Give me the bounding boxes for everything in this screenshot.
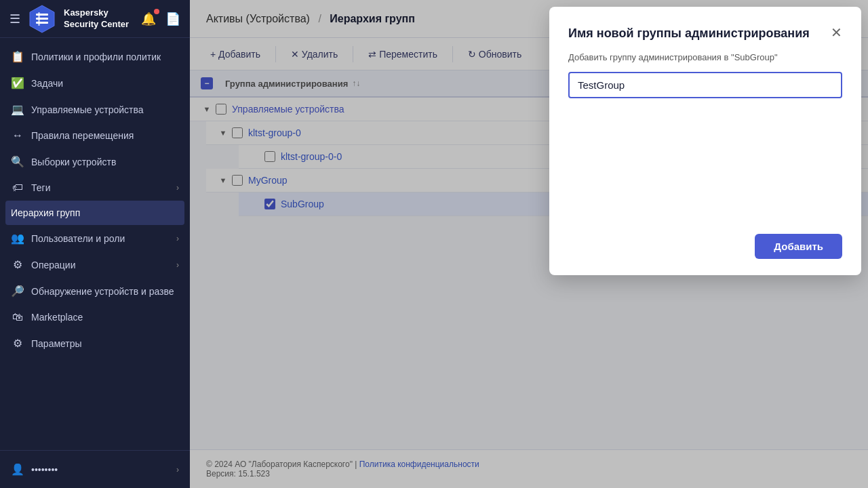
dialog-title: Имя новой группы администрирования: [568, 26, 810, 41]
sidebar-top-icons: 🔔 📄: [141, 12, 180, 26]
svg-rect-2: [36, 18, 48, 20]
svg-rect-1: [36, 14, 48, 16]
sidebar-item-move-rules[interactable]: ↔ Правила перемещения: [0, 123, 190, 148]
dialog: Имя новой группы администрирования ✕ Доб…: [549, 7, 861, 275]
sidebar-item-tags[interactable]: 🏷 Теги ›: [0, 175, 190, 201]
dialog-header: Имя новой группы администрирования ✕: [568, 26, 842, 41]
logo-area: Kaspersky Security Center: [27, 4, 141, 34]
tags-chevron-icon: ›: [176, 183, 179, 192]
logo-text-line1: Kaspersky: [64, 7, 129, 19]
sidebar-item-device-discovery[interactable]: 🔎 Обнаружение устройств и разве: [0, 278, 190, 304]
dialog-name-input[interactable]: [568, 72, 842, 98]
sidebar-item-policies[interactable]: 📋 Политики и профили политик: [0, 43, 190, 70]
hamburger-icon[interactable]: ☰: [9, 12, 20, 26]
managed-devices-icon: 💻: [11, 103, 24, 116]
dialog-add-button[interactable]: Добавить: [755, 234, 842, 259]
user-chevron-icon: ›: [176, 465, 179, 474]
device-selections-icon: 🔍: [11, 155, 24, 168]
operations-icon: ⚙: [11, 258, 24, 271]
sidebar-bottom: 👤 •••••••• ›: [0, 450, 190, 488]
sidebar-item-managed-devices[interactable]: 💻 Управляемые устройства: [0, 96, 190, 123]
sidebar-item-operations[interactable]: ⚙ Операции ›: [0, 251, 190, 278]
operations-chevron-icon: ›: [176, 260, 179, 270]
sidebar-item-group-hierarchy[interactable]: Иерархия групп: [5, 201, 184, 225]
user-icon: 👤: [11, 463, 24, 476]
users-roles-icon: 👥: [11, 232, 24, 245]
logo-icon: [27, 4, 57, 34]
sidebar-item-marketplace[interactable]: 🛍 Marketplace: [0, 304, 190, 330]
policies-icon: 📋: [11, 50, 24, 63]
sidebar-nav: 📋 Политики и профили политик ✅ Задачи 💻 …: [0, 38, 190, 450]
sidebar-item-users-roles[interactable]: 👥 Пользователи и роли ›: [0, 225, 190, 251]
pages-icon[interactable]: 📄: [165, 12, 180, 26]
device-discovery-icon: 🔎: [11, 285, 24, 298]
sidebar-header: ☰ Kaspersky Security Center 🔔 📄: [0, 0, 190, 38]
dialog-close-button[interactable]: ✕: [831, 26, 842, 39]
notifications-icon[interactable]: 🔔: [141, 12, 156, 26]
dialog-subtitle: Добавить группу администрирования в "Sub…: [568, 52, 842, 62]
sidebar-item-device-selections[interactable]: 🔍 Выборки устройств: [0, 148, 190, 175]
move-rules-icon: ↔: [11, 129, 24, 142]
svg-rect-3: [36, 22, 48, 24]
svg-rect-4: [38, 12, 40, 26]
sidebar: ☰ Kaspersky Security Center 🔔 📄 📋 Полити…: [0, 0, 190, 488]
dialog-footer: Добавить: [568, 234, 842, 259]
sidebar-item-tasks[interactable]: ✅ Задачи: [0, 70, 190, 96]
tasks-icon: ✅: [11, 77, 24, 89]
sidebar-item-settings[interactable]: ⚙ Параметры: [0, 330, 190, 357]
marketplace-icon: 🛍: [11, 311, 24, 323]
users-roles-chevron-icon: ›: [176, 234, 179, 243]
sidebar-item-user[interactable]: 👤 •••••••• ›: [0, 456, 190, 483]
logo-text-line2: Security Center: [64, 19, 129, 30]
tags-icon: 🏷: [11, 182, 24, 194]
settings-icon: ⚙: [11, 337, 24, 350]
